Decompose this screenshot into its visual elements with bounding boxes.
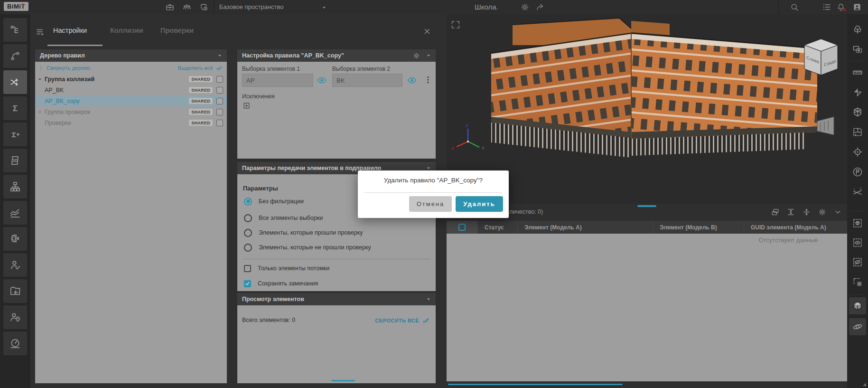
tool-axes[interactable]: 12 (849, 183, 866, 200)
workspace-selector[interactable]: Базовое пространство (219, 3, 284, 10)
tree-row[interactable]: AP_BK SHARED (35, 85, 227, 95)
column-status[interactable]: Статус (478, 221, 518, 234)
resize-handle[interactable] (863, 383, 866, 386)
select-all-cell[interactable] (447, 221, 478, 234)
sidebar-item-dashboard[interactable] (3, 331, 27, 355)
tool-orbit[interactable] (849, 318, 866, 335)
sidebar-item-structure[interactable] (3, 175, 27, 199)
workspace-caret-icon[interactable] (321, 4, 327, 11)
svg-text:Σ: Σ (13, 104, 18, 113)
team-icon[interactable] (182, 2, 192, 12)
row-checkbox[interactable] (216, 87, 223, 94)
tool-section-box[interactable] (849, 104, 866, 121)
more-options-icon[interactable] (423, 75, 433, 85)
radio-option[interactable]: Без фильтрации (244, 197, 304, 206)
radio-option[interactable]: Все элементы выборки (244, 213, 323, 223)
column-guid-a[interactable]: GUID элемента (Модель A) (744, 221, 847, 234)
tool-scene-tree[interactable] (849, 21, 866, 38)
sidebar-item-plugins[interactable] (3, 227, 27, 251)
tool-floor-plan[interactable] (849, 123, 866, 141)
select-all-link[interactable]: Выделить всё (178, 65, 213, 71)
delete-button[interactable]: Удалить (456, 196, 503, 212)
sidebar-item-user-check[interactable] (3, 253, 27, 277)
search-icon[interactable] (790, 2, 799, 12)
fit-rows-icon[interactable] (802, 208, 811, 217)
sidebar-item-summary-add[interactable]: Σ (3, 123, 27, 146)
sidebar-item-user-location[interactable] (3, 305, 27, 329)
row-checkbox[interactable] (216, 120, 223, 126)
sidebar-item-model-tree[interactable] (3, 18, 27, 42)
tree-row[interactable]: Группа коллизий SHARED (35, 74, 227, 85)
collapse-panel-icon[interactable] (833, 208, 842, 217)
tool-shaded-view[interactable] (849, 297, 866, 314)
tree-row[interactable]: AP_BK_copy SHARED (35, 95, 227, 106)
sidebar-item-2d-view[interactable]: 2D (3, 149, 27, 172)
checkbox-option[interactable]: Сохранять замечания (244, 279, 318, 288)
tool-show-elements[interactable] (849, 234, 866, 251)
sidebar-item-summary[interactable]: Σ (3, 96, 27, 120)
tool-select-region[interactable] (849, 41, 866, 58)
row-height-icon[interactable] (786, 208, 795, 217)
close-icon[interactable] (423, 27, 431, 36)
list-icon[interactable] (822, 2, 831, 12)
panel-drag-handle[interactable] (637, 205, 656, 207)
tool-section[interactable] (849, 84, 866, 101)
expand-viewport-icon[interactable] (450, 19, 461, 30)
tool-flag[interactable] (849, 163, 866, 180)
dashboard-icon (9, 337, 21, 350)
radio-option[interactable]: Элементы, которые не прошли проверку (244, 243, 371, 252)
panel-scrollbar[interactable] (331, 380, 355, 381)
tab-settings[interactable]: Настройки (53, 27, 87, 34)
preview-section-header[interactable]: Просмотр элементов (237, 293, 436, 305)
view-cube[interactable]: Слева Сзади (804, 39, 838, 75)
checkbox-option[interactable]: Только элементы потомки (244, 264, 329, 273)
share-icon[interactable] (535, 2, 545, 12)
copy-icon[interactable] (771, 208, 780, 217)
expand-caret-icon[interactable] (37, 109, 43, 115)
tool-ruler[interactable] (849, 64, 866, 81)
tool-hide-elements[interactable] (849, 254, 866, 271)
user-avatar[interactable] (852, 2, 862, 12)
row-checkbox[interactable] (216, 98, 223, 104)
tab-collisions[interactable]: Коллизии (110, 27, 143, 34)
tree-row[interactable]: Проверки SHARED (35, 117, 227, 128)
app-logo[interactable]: BiMiT (4, 2, 28, 11)
rule-settings-icon[interactable] (412, 52, 420, 60)
row-checkbox[interactable] (216, 109, 223, 115)
row-checkbox[interactable] (216, 76, 223, 83)
caret-down-icon[interactable] (425, 52, 432, 59)
shield-clock-icon[interactable] (199, 2, 209, 12)
select-all-checkbox[interactable] (458, 224, 466, 231)
rule-section-header[interactable]: Настройка правила "AP_BK_copy" (237, 49, 436, 62)
collapse-tree-icon[interactable] (38, 65, 44, 71)
tree-row[interactable]: Группа проверок SHARED (35, 106, 227, 117)
add-exclusion-icon[interactable] (243, 102, 251, 110)
column-element-b[interactable]: Элемент (Модель B) (653, 221, 744, 234)
selection1-input[interactable] (242, 74, 313, 87)
tool-isolate[interactable] (849, 215, 866, 232)
project-settings-icon[interactable] (520, 2, 530, 12)
collapse-tree-link[interactable]: Свернуть дерево (47, 65, 90, 71)
selection2-input[interactable] (332, 74, 402, 87)
tool-locate[interactable] (849, 143, 866, 161)
tree-section-header[interactable]: Дерево правил (35, 49, 227, 62)
cancel-button[interactable]: Отмена (409, 196, 452, 212)
caret-down-icon[interactable] (216, 52, 223, 59)
reset-all-link[interactable]: СБРОСИТЬ ВСЁ (375, 316, 430, 324)
horizontal-scrollbar[interactable] (448, 384, 623, 385)
caret-down-icon[interactable] (425, 296, 432, 303)
expand-caret-icon[interactable] (37, 76, 43, 82)
sidebar-item-connections[interactable] (3, 44, 27, 68)
radio-option[interactable]: Элементы, которые прошли проверку (244, 228, 363, 237)
sidebar-item-charts[interactable] (3, 201, 27, 225)
table-settings-icon[interactable] (818, 208, 827, 217)
column-element-a[interactable]: Элемент (Модель A) (518, 221, 653, 234)
selection2-eye-icon[interactable] (406, 75, 418, 86)
selection1-eye-icon[interactable] (316, 75, 327, 86)
tool-clear-selection[interactable] (849, 274, 866, 291)
sidebar-item-collisions[interactable] (3, 70, 27, 94)
collapse-sidebar-icon[interactable] (35, 27, 46, 37)
projects-icon[interactable] (165, 2, 175, 12)
tab-checks[interactable]: Проверки (160, 27, 194, 34)
sidebar-item-shared-folder[interactable] (3, 279, 27, 303)
